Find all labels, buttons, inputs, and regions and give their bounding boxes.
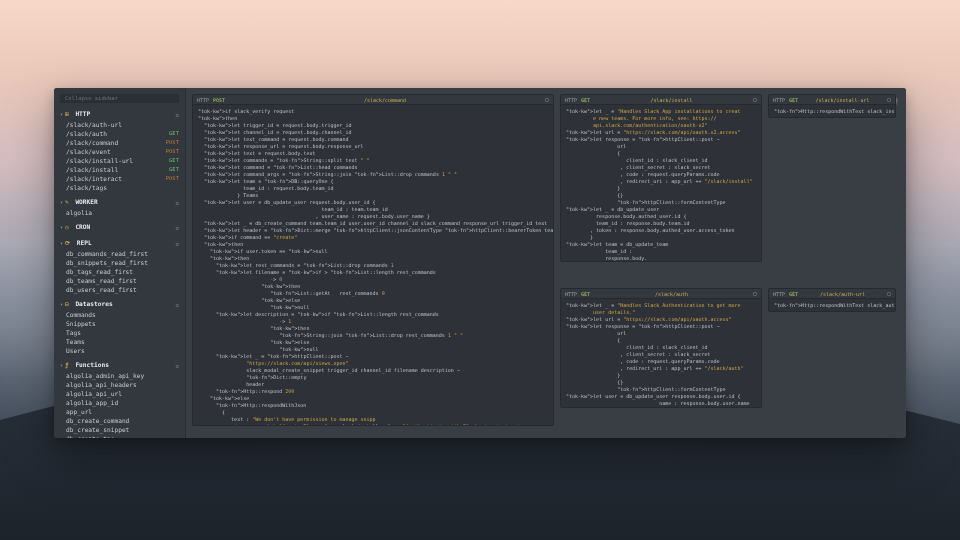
pane-method: GET — [789, 291, 798, 297]
pane-menu-icon[interactable] — [753, 98, 757, 102]
function-item-label: app_url — [66, 407, 92, 416]
route-item[interactable]: /slack/install-urlGET — [54, 156, 185, 165]
datastore-item-label: Tags — [66, 328, 81, 337]
section-cron[interactable]: ▾◷ CRON ✿ — [54, 220, 185, 233]
repl-item[interactable]: db_tags_read_first — [54, 267, 185, 276]
function-item[interactable]: algolia_api_headers — [54, 380, 185, 389]
pane-menu-icon[interactable] — [887, 292, 891, 296]
function-item[interactable]: db_create_command — [54, 416, 185, 425]
function-item-label: algolia_api_headers — [66, 380, 137, 389]
section-cron-label: CRON — [75, 223, 90, 230]
pane-slack-auth-url[interactable]: HTTP GET /slack/auth-url "tok-fn">Http::… — [768, 288, 896, 312]
gear-icon[interactable]: ✿ — [175, 300, 179, 309]
section-datastores-label: Datastores — [75, 300, 112, 307]
pane-menu-icon[interactable] — [545, 98, 549, 102]
route-item[interactable]: /slack/interactPOST — [54, 174, 185, 183]
datastore-item-label: Snippets — [66, 319, 96, 328]
function-item-label: algolia_admin_api_key — [66, 371, 144, 380]
route-item[interactable]: /slack/auth-url — [54, 120, 185, 129]
section-datastores[interactable]: ▾⊟ Datastores ✿ — [54, 297, 185, 310]
datastore-icon: ⊟ — [65, 300, 69, 307]
gear-icon[interactable]: ✿ — [175, 239, 179, 248]
repl-item[interactable]: db_commands_read_first — [54, 249, 185, 258]
app-window: Collapse sidebar ▾⊞ HTTP ✿ /slack/auth-u… — [54, 88, 906, 438]
datastore-item[interactable]: Snippets — [54, 319, 185, 328]
pane-slack-install-url[interactable]: HTTP GET /slack/install-url "tok-fn">Htt… — [768, 94, 896, 118]
route-item[interactable]: /slack/installGET — [54, 165, 185, 174]
pane-protocol: HTTP — [565, 97, 577, 103]
datastore-item[interactable]: Commands — [54, 310, 185, 319]
pane-code[interactable]: "tok-kw">let _ = "Handles Slack App inst… — [561, 105, 761, 261]
repl-item[interactable]: db_teams_read_first — [54, 276, 185, 285]
canvas-area[interactable]: HTTP POST /slack/command "tok-kw">if sla… — [186, 88, 906, 438]
section-functions[interactable]: ▾ƒ Functions ✿ — [54, 358, 185, 371]
route-item[interactable]: /slack/authGET — [54, 129, 185, 138]
repl-item[interactable]: db_snippets_read_first — [54, 258, 185, 267]
pane-menu-icon[interactable] — [887, 98, 891, 102]
function-item[interactable]: db_create_snippet — [54, 425, 185, 434]
gear-icon[interactable]: ✿ — [175, 361, 179, 370]
function-item[interactable]: app_url — [54, 407, 185, 416]
route-item[interactable]: /slack/tags — [54, 183, 185, 192]
repl-item-label: db_snippets_read_first — [66, 258, 148, 267]
pane-header[interactable]: HTTP GET /slack/install-url — [769, 95, 895, 105]
cron-icon: ◷ — [65, 223, 69, 230]
worker-item-label: algolia — [66, 208, 92, 217]
pane-header[interactable]: HTTP GET /slack/auth — [561, 289, 761, 299]
datastore-item-label: Commands — [66, 310, 96, 319]
section-http-label: HTTP — [75, 110, 90, 117]
pane-header[interactable]: HTTP POST /slack/command — [193, 95, 553, 105]
gear-icon[interactable]: ✿ — [175, 198, 179, 207]
pane-method: GET — [581, 291, 590, 297]
section-worker[interactable]: ▾✎ WORKER ✿ — [54, 195, 185, 208]
pane-protocol: HTTP — [773, 97, 785, 103]
pane-title: /slack/auth — [594, 291, 749, 297]
section-worker-label: WORKER — [75, 198, 97, 205]
route-path: /slack/auth-url — [66, 120, 122, 129]
pane-header[interactable]: HTTP GET /slack/install — [561, 95, 761, 105]
function-item-label: algolia_api_url — [66, 389, 122, 398]
pane-header[interactable]: HTTP GET /slack/auth-url — [769, 289, 895, 299]
datastore-item[interactable]: Teams — [54, 337, 185, 346]
repl-item[interactable]: db_users_read_first — [54, 285, 185, 294]
function-item[interactable]: db_create_tag — [54, 434, 185, 438]
function-item[interactable]: algolia_app_id — [54, 398, 185, 407]
worker-item[interactable]: algolia — [54, 208, 185, 217]
repl-item-label: db_users_read_first — [66, 285, 137, 294]
gear-icon[interactable]: ✿ — [175, 110, 179, 119]
pane-menu-icon[interactable] — [753, 292, 757, 296]
route-path: /slack/install — [66, 165, 118, 174]
caret-down-icon: ▾ — [60, 224, 63, 230]
pane-slack-command[interactable]: HTTP POST /slack/command "tok-kw">if sla… — [192, 94, 554, 426]
section-functions-label: Functions — [75, 361, 109, 368]
route-item[interactable]: /slack/commandPOST — [54, 138, 185, 147]
pane-code[interactable]: "tok-kw">let _ = "Handles Slack Authenti… — [561, 299, 761, 407]
function-item-label: db_create_snippet — [66, 425, 129, 434]
pane-code[interactable]: "tok-fn">Http::respondWithText slack_aut… — [769, 299, 895, 311]
pane-code[interactable]: "tok-kw">if slack_verify request "tok-kw… — [193, 105, 553, 425]
function-item[interactable]: algolia_admin_api_key — [54, 371, 185, 380]
section-repl[interactable]: ▾⟳ REPL ✿ — [54, 236, 185, 249]
pane-slack-auth[interactable]: HTTP GET /slack/auth "tok-kw">let _ = "H… — [560, 288, 762, 408]
pane-title: /slack/auth-url — [802, 291, 883, 297]
caret-down-icon: ▾ — [60, 240, 63, 246]
caret-down-icon: ▾ — [60, 111, 63, 117]
function-item[interactable]: algolia_api_url — [54, 389, 185, 398]
gear-icon[interactable]: ✿ — [175, 223, 179, 232]
function-item-label: db_create_tag — [66, 434, 114, 438]
section-http[interactable]: ▾⊞ HTTP ✿ — [54, 107, 185, 120]
pane-code[interactable]: "tok-fn">Http::respondWithText slack_ins… — [769, 105, 895, 117]
function-icon: ƒ — [65, 361, 69, 368]
http-icon: ⊞ — [65, 110, 69, 117]
repl-item-label: db_teams_read_first — [66, 276, 137, 285]
caret-down-icon: ▾ — [60, 301, 63, 307]
route-path: /slack/event — [66, 147, 111, 156]
pane-title: /slack/command — [229, 97, 541, 103]
datastore-item[interactable]: Users — [54, 346, 185, 355]
pane-slack-install[interactable]: HTTP GET /slack/install "tok-kw">let _ =… — [560, 94, 762, 262]
route-item[interactable]: /slack/eventPOST — [54, 147, 185, 156]
repl-icon: ⟳ — [65, 239, 70, 246]
pane-protocol: HTTP — [565, 291, 577, 297]
sidebar-search[interactable]: Collapse sidebar — [60, 94, 179, 103]
datastore-item[interactable]: Tags — [54, 328, 185, 337]
